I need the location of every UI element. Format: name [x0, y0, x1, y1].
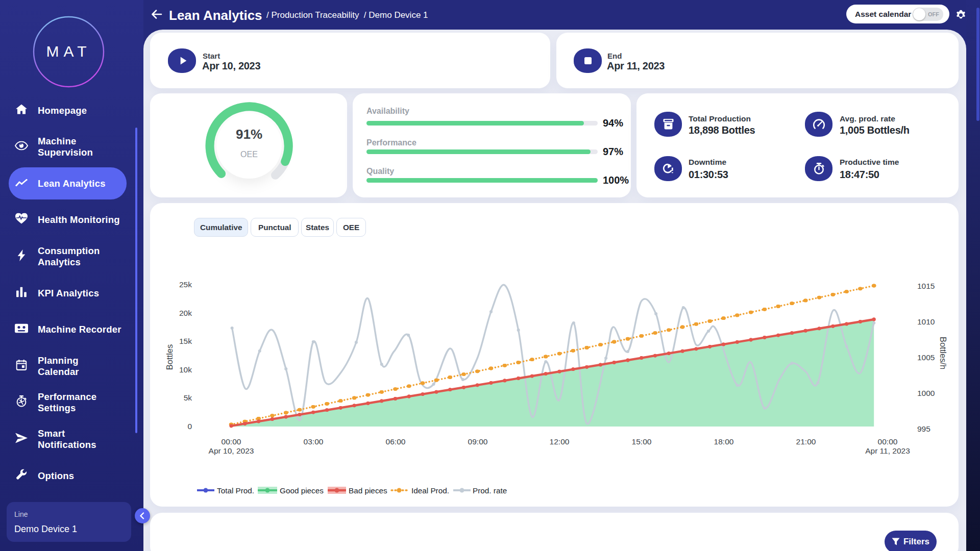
svg-text:Bottles/h: Bottles/h [939, 337, 948, 369]
svg-text:1000: 1000 [917, 389, 935, 397]
svg-text:Bottles: Bottles [165, 344, 174, 370]
svg-text:Prod. rate: Prod. rate [473, 486, 507, 495]
svg-text:Apr 11, 2023: Apr 11, 2023 [865, 446, 910, 455]
svg-text:Apr 10, 2023: Apr 10, 2023 [209, 446, 254, 455]
svg-text:20k: 20k [179, 309, 192, 317]
svg-text:Good pieces: Good pieces [280, 486, 324, 495]
svg-text:15:00: 15:00 [632, 437, 652, 446]
svg-text:15k: 15k [179, 337, 192, 345]
svg-text:0: 0 [187, 422, 192, 431]
svg-text:5k: 5k [184, 393, 192, 402]
svg-text:1015: 1015 [917, 282, 935, 290]
svg-text:09:00: 09:00 [468, 437, 488, 446]
svg-text:03:00: 03:00 [304, 437, 324, 446]
svg-text:00:00: 00:00 [222, 437, 241, 446]
svg-text:Bad pieces: Bad pieces [349, 486, 387, 495]
svg-text:Ideal Prod.: Ideal Prod. [411, 486, 449, 495]
svg-text:Total Prod.: Total Prod. [217, 486, 254, 495]
svg-text:1010: 1010 [917, 317, 935, 326]
svg-text:21:00: 21:00 [796, 437, 816, 446]
svg-text:10k: 10k [179, 365, 192, 374]
svg-text:25k: 25k [179, 280, 192, 289]
svg-text:06:00: 06:00 [386, 437, 406, 446]
svg-text:18:00: 18:00 [714, 437, 734, 446]
svg-text:1005: 1005 [917, 353, 935, 362]
svg-text:995: 995 [917, 424, 930, 433]
svg-text:12:00: 12:00 [550, 437, 570, 446]
svg-text:00:00: 00:00 [878, 437, 898, 446]
